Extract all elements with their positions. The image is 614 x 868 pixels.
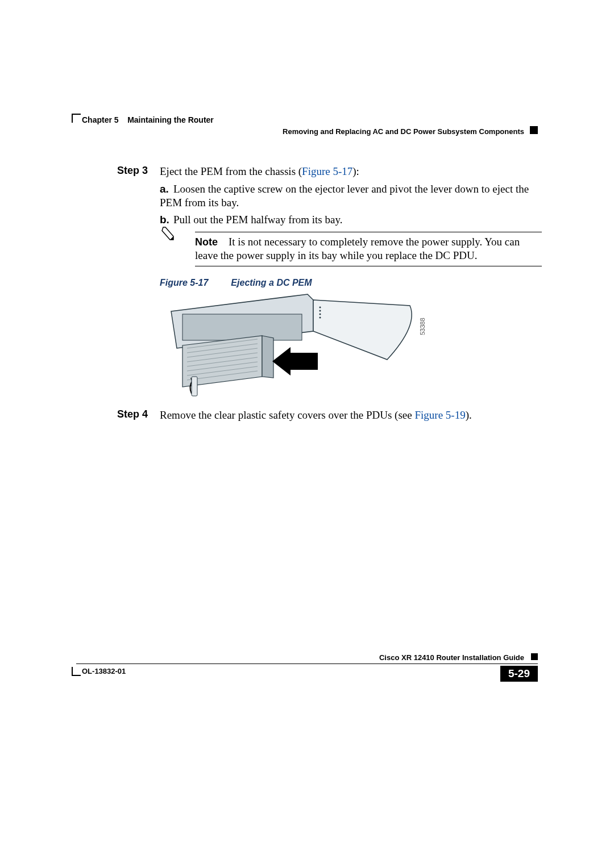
step-3b: b.Pull out the PEM halfway from its bay. xyxy=(160,213,535,227)
list-marker-b: b. xyxy=(160,213,173,227)
step-3a-text: Loosen the captive screw on the ejector … xyxy=(160,183,529,208)
figure-ref-5-17[interactable]: Figure 5-17 xyxy=(302,165,352,177)
step-3-text: Eject the PEM from the chassis (Figure 5… xyxy=(160,165,546,178)
svg-point-18 xyxy=(320,310,321,312)
svg-rect-15 xyxy=(291,353,318,370)
step-3a: a.Loosen the captive screw on the ejecto… xyxy=(160,182,535,210)
footer-doc-number: OL-13832-01 xyxy=(82,667,126,675)
step-4-text: Remove the clear plastic safety covers o… xyxy=(160,408,546,422)
svg-marker-0 xyxy=(162,227,173,240)
step-4-label: Step 4 xyxy=(117,408,148,420)
note-content: Note It is not necessary to completely r… xyxy=(195,235,543,262)
svg-marker-4 xyxy=(262,336,273,378)
figure-caption: Figure 5-17Ejecting a DC PEM xyxy=(160,278,312,288)
pencil-note-icon xyxy=(160,226,176,242)
svg-marker-16 xyxy=(272,347,291,375)
step-3-label: Step 3 xyxy=(117,165,148,177)
footer-square-marker xyxy=(531,653,538,660)
header-square-marker xyxy=(530,126,538,134)
svg-marker-1 xyxy=(170,236,173,240)
chapter-title: Maintaining the Router xyxy=(127,115,214,124)
crop-mark-top-left xyxy=(72,114,81,123)
figure-id: 53388 xyxy=(419,318,426,335)
step-3b-text: Pull out the PEM halfway from its bay. xyxy=(173,214,342,226)
svg-rect-14 xyxy=(192,377,197,396)
note-text: It is not necessary to completely remove… xyxy=(195,236,520,261)
svg-rect-2 xyxy=(182,314,302,340)
chapter-number: Chapter 5 xyxy=(82,115,119,124)
footer-rule xyxy=(76,663,538,664)
figure-5-17-illustration xyxy=(160,291,421,407)
crop-mark-bottom-left xyxy=(72,667,81,676)
header-section: Removing and Replacing AC and DC Power S… xyxy=(283,127,524,136)
page-number: 5-29 xyxy=(500,666,538,682)
note-rule-top xyxy=(195,232,542,232)
header-chapter: Chapter 5 Maintaining the Router xyxy=(82,115,214,124)
figure-number: Figure 5-17 xyxy=(160,278,208,288)
note-rule-bottom xyxy=(195,266,542,266)
svg-point-20 xyxy=(320,317,321,319)
figure-ref-5-19[interactable]: Figure 5-19 xyxy=(414,409,465,421)
svg-point-17 xyxy=(320,307,321,308)
note-label: Note xyxy=(195,236,218,248)
svg-point-19 xyxy=(320,314,321,315)
footer-guide-title: Cisco XR 12410 Router Installation Guide xyxy=(379,653,524,662)
list-marker-a: a. xyxy=(160,182,173,196)
figure-title: Ejecting a DC PEM xyxy=(231,278,312,287)
